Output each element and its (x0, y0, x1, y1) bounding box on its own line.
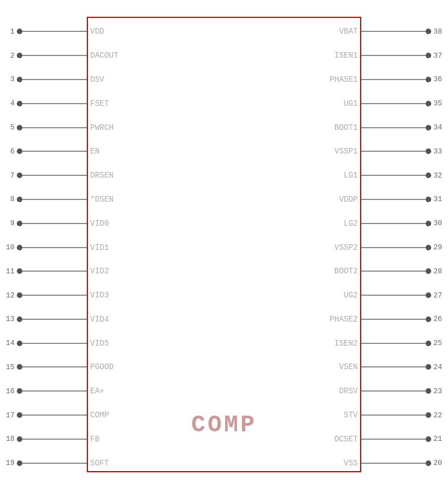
pin-left-5: 5PWRCH (0, 122, 114, 133)
pin-label-right-29: VSSP2 (334, 243, 361, 252)
pin-line-12 (22, 295, 87, 296)
pin-line-7 (22, 175, 87, 176)
pin-left-16: 16EA+ (0, 385, 104, 397)
pin-label-10: VID1 (87, 243, 109, 252)
pin-dot-12 (17, 292, 22, 298)
pin-label-right-24: VSEN (339, 362, 361, 371)
pin-line-17 (22, 415, 87, 416)
pin-dot-19 (17, 460, 22, 466)
pin-right-28: 28BOOT2 (334, 266, 448, 277)
pin-dot-5 (17, 125, 22, 131)
pin-dot-right-34 (426, 125, 431, 131)
pin-dot-right-31 (426, 197, 431, 202)
pin-dot-right-35 (426, 101, 431, 106)
pin-number-8: 8 (0, 195, 17, 203)
pin-number-right-33: 33 (431, 147, 448, 156)
pin-dot-2 (17, 53, 22, 58)
pin-label-11: VID2 (87, 267, 109, 276)
pin-right-38: 38VBAT (339, 26, 448, 37)
pin-right-22: 22STV (344, 409, 448, 421)
pin-left-1: 1VDD (0, 26, 104, 37)
pin-label-6: EN (87, 147, 100, 156)
pin-number-3: 3 (0, 75, 17, 83)
pin-left-19: 19SOFT (0, 458, 109, 469)
pin-line-right-23 (361, 390, 426, 392)
pin-label-right-25: ISEN2 (334, 339, 361, 348)
pin-number-19: 19 (0, 459, 17, 467)
pin-number-15: 15 (0, 363, 17, 371)
pin-number-right-36: 36 (431, 75, 448, 83)
pin-right-29: 29VSSP2 (334, 242, 448, 253)
pin-label-right-26: PHASE2 (330, 315, 361, 324)
pin-left-17: 17COMP (0, 409, 109, 421)
pin-label-right-23: DRSV (339, 386, 361, 395)
pin-number-right-31: 31 (431, 195, 448, 203)
pin-left-12: 12VID3 (0, 290, 109, 301)
pin-label-right-21: OCSET (334, 435, 361, 444)
pin-dot-10 (17, 245, 22, 250)
pin-line-right-28 (361, 271, 426, 272)
pin-label-right-33: VSSP1 (334, 147, 361, 156)
pin-line-13 (22, 319, 87, 320)
pin-dot-1 (17, 29, 22, 34)
pin-dot-right-23 (426, 388, 431, 394)
pin-number-right-21: 21 (431, 435, 448, 443)
pin-dot-right-20 (426, 460, 431, 466)
pin-number-10: 10 (0, 243, 17, 252)
pin-left-8: 8*DSEN (0, 194, 114, 205)
pin-dot-17 (17, 412, 22, 418)
pin-left-7: 7DRSEN (0, 170, 114, 181)
pin-dot-6 (17, 148, 22, 154)
pin-number-4: 4 (0, 99, 17, 108)
pin-left-18: 18FB (0, 434, 100, 445)
pin-dot-right-25 (426, 341, 431, 346)
pin-label-12: VID3 (87, 291, 109, 300)
pin-line-5 (22, 127, 87, 128)
pin-number-6: 6 (0, 147, 17, 156)
pin-dot-right-29 (426, 245, 431, 250)
pin-number-12: 12 (0, 291, 17, 300)
pin-right-32: 32LG1 (344, 170, 448, 181)
pin-right-23: 23DRSV (339, 385, 448, 397)
pin-line-9 (22, 223, 87, 224)
pin-right-27: 27UG2 (344, 290, 448, 301)
pin-line-right-25 (361, 343, 426, 344)
pin-number-9: 9 (0, 219, 17, 227)
pin-number-18: 18 (0, 435, 17, 443)
pin-right-33: 33VSSP1 (334, 146, 448, 157)
pin-number-right-34: 34 (431, 123, 448, 132)
pin-left-2: 2DACOUT (0, 50, 118, 61)
pin-line-10 (22, 247, 87, 248)
pin-right-30: 30LG2 (344, 218, 448, 229)
pin-line-8 (22, 199, 87, 200)
chip-container: COMP 1VDD2DACOUT3DSV4FSET5PWRCH6EN7DRSEN… (0, 0, 448, 489)
pin-label-right-34: BOOT1 (334, 123, 361, 132)
pin-line-right-31 (361, 199, 426, 200)
pin-line-right-34 (361, 127, 426, 128)
pin-dot-11 (17, 268, 22, 274)
pin-label-9: VID0 (87, 219, 109, 228)
pin-left-3: 3DSV (0, 74, 104, 85)
pin-label-right-37: ISEN1 (334, 51, 361, 60)
pin-right-25: 25ISEN2 (334, 338, 448, 349)
pin-line-right-38 (361, 31, 426, 32)
pin-label-13: VID4 (87, 315, 109, 324)
pin-left-9: 9VID0 (0, 218, 109, 229)
pin-right-35: 35UG1 (344, 98, 448, 109)
pin-right-37: 37ISEN1 (334, 50, 448, 61)
pin-label-right-28: BOOT2 (334, 267, 361, 276)
pin-line-1 (22, 31, 87, 32)
pin-left-11: 11VID2 (0, 266, 109, 277)
pin-line-right-32 (361, 175, 426, 176)
pin-dot-16 (17, 388, 22, 394)
pin-left-10: 10VID1 (0, 242, 109, 253)
pin-label-1: VDD (87, 27, 104, 36)
pin-dot-right-38 (426, 29, 431, 34)
pin-dot-right-28 (426, 268, 431, 274)
pin-line-right-33 (361, 151, 426, 152)
pin-label-2: DACOUT (87, 51, 118, 60)
pin-label-right-22: STV (344, 411, 361, 420)
pin-line-19 (22, 463, 87, 464)
pin-line-14 (22, 343, 87, 344)
pin-label-15: PGOOD (87, 362, 114, 371)
